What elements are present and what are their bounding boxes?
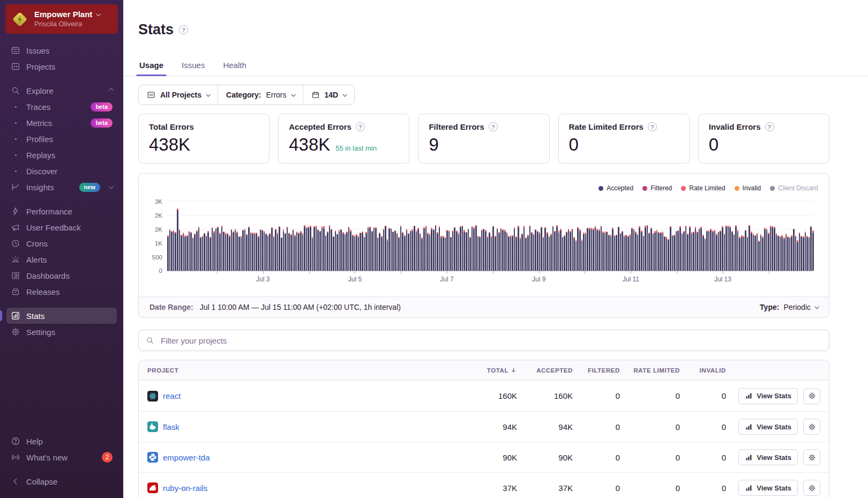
chart-bar — [633, 229, 635, 271]
org-switcher[interactable]: Empower Plant Priscila Oliveira — [5, 4, 118, 34]
sidebar-item-traces[interactable]: Tracesbeta — [6, 99, 117, 115]
view-stats-button[interactable]: View Stats — [738, 388, 798, 404]
sidebar-item-discover[interactable]: Discover — [6, 163, 117, 179]
sidebar-item-projects[interactable]: Projects — [6, 58, 117, 75]
sidebar-item-crons[interactable]: Crons — [6, 235, 117, 251]
column-header-invalid[interactable]: INVALID — [680, 367, 726, 374]
page-help-icon[interactable]: ? — [179, 25, 188, 34]
x-axis-tick — [493, 271, 493, 274]
usage-chart: AcceptedFilteredRate LimitedInvalidClien… — [139, 174, 829, 296]
project-settings-button[interactable] — [803, 480, 820, 496]
sidebar-item-insights[interactable]: Insightsnew — [6, 179, 117, 195]
broadcast-icon — [11, 452, 20, 462]
chart-bar — [747, 237, 749, 271]
chart-bar — [469, 237, 471, 271]
help-icon[interactable]: ? — [765, 122, 774, 131]
sidebar-item-collapse[interactable]: Collapse — [6, 473, 117, 489]
sidebar-item-help[interactable]: Help — [6, 433, 117, 449]
chart-bar — [308, 227, 309, 271]
x-axis-tick — [631, 271, 631, 274]
help-icon[interactable]: ? — [356, 122, 365, 131]
x-axis-tick — [723, 271, 723, 274]
invalid-value: 0 — [680, 422, 726, 432]
x-axis-label: Jul 9 — [532, 276, 545, 283]
legend-item-filtered[interactable]: Filtered — [642, 184, 672, 192]
chart-legend: AcceptedFilteredRate LimitedInvalidClien… — [598, 184, 818, 192]
stat-card-title: Accepted Errors — [289, 122, 351, 131]
sidebar-item-replays[interactable]: Replays — [6, 147, 117, 163]
chart-bar — [700, 227, 702, 271]
calendar-icon — [311, 91, 320, 99]
project-link[interactable]: react — [147, 391, 181, 402]
view-stats-button[interactable]: View Stats — [738, 449, 798, 465]
legend-item-client-discard[interactable]: Client Discard — [770, 184, 818, 192]
chart-bar — [724, 234, 725, 271]
chart-bar — [473, 227, 475, 271]
sidebar-item-dashboards[interactable]: Dashboards — [6, 267, 117, 284]
sidebar-item-releases[interactable]: Releases — [6, 284, 117, 300]
chart-bar — [429, 234, 431, 271]
chart-bar — [190, 232, 192, 271]
chart-bar — [423, 227, 425, 271]
chart-bar — [783, 237, 785, 271]
sidebar-item-performance[interactable]: Performance — [6, 203, 117, 219]
category-filter-dropdown[interactable]: Category: Errors — [218, 85, 302, 105]
column-header-accepted[interactable]: ACCEPTED — [517, 367, 573, 374]
help-icon[interactable]: ? — [489, 122, 498, 131]
chart-bar — [676, 231, 677, 271]
total-value: 37K — [461, 484, 517, 493]
tab-health[interactable]: Health — [222, 61, 247, 76]
sidebar-item-label: Dashboards — [26, 271, 70, 280]
sidebar-item-profiles[interactable]: Profiles — [6, 131, 117, 147]
project-link[interactable]: flask — [147, 421, 179, 432]
view-stats-button[interactable]: View Stats — [738, 419, 798, 435]
chart-bar — [556, 225, 558, 271]
column-header-rate-limited[interactable]: RATE LIMITED — [620, 367, 680, 374]
project-filter-dropdown[interactable]: All Projects — [139, 85, 218, 105]
view-stats-button[interactable]: View Stats — [738, 480, 798, 496]
sidebar-item-user-feedback[interactable]: User Feedback — [6, 219, 117, 235]
column-header-total[interactable]: TOTAL — [461, 367, 517, 374]
stat-card-value: 0 — [709, 135, 719, 154]
project-link[interactable]: empower-tda — [147, 452, 210, 463]
chart-bar — [369, 227, 371, 271]
chart-bar — [402, 232, 403, 271]
type-selector[interactable]: Type: Periodic — [760, 303, 818, 311]
chart-bar — [265, 234, 267, 271]
sidebar-item-issues[interactable]: Issues — [6, 42, 117, 58]
column-header-project[interactable]: PROJECT — [147, 367, 461, 374]
sidebar-item-explore[interactable]: Explore — [6, 83, 117, 99]
sidebar-item-metrics[interactable]: Metricsbeta — [6, 115, 117, 131]
date-range-dropdown[interactable]: 14D — [303, 85, 355, 105]
legend-item-rate-limited[interactable]: Rate Limited — [681, 184, 725, 192]
sidebar-item-what-s-new[interactable]: What's new2 — [6, 449, 117, 465]
project-filter-value: All Projects — [160, 91, 201, 99]
sidebar-item-settings[interactable]: Settings — [6, 324, 117, 340]
chart-bar — [806, 236, 808, 271]
chart-bar — [421, 237, 423, 271]
project-settings-button[interactable] — [803, 419, 820, 435]
project-link[interactable]: ruby-on-rails — [147, 482, 207, 493]
help-icon[interactable]: ? — [648, 122, 657, 131]
project-settings-button[interactable] — [803, 449, 820, 465]
column-header-filtered[interactable]: FILTERED — [573, 367, 620, 374]
sidebar-item-stats[interactable]: Stats — [6, 308, 117, 324]
tab-usage[interactable]: Usage — [138, 61, 164, 76]
chart-bar — [448, 231, 450, 271]
project-settings-button[interactable] — [803, 388, 820, 404]
legend-item-invalid[interactable]: Invalid — [735, 184, 761, 192]
chart-bar — [525, 237, 527, 271]
project-search-input[interactable] — [160, 336, 822, 346]
legend-item-accepted[interactable]: Accepted — [598, 184, 633, 192]
chart-bar — [229, 235, 230, 271]
chart-bar — [445, 237, 446, 271]
date-range-label: Date Range: — [149, 303, 193, 311]
sidebar-item-alerts[interactable]: Alerts — [6, 251, 117, 267]
tab-issues[interactable]: Issues — [181, 61, 206, 76]
chart-bar — [377, 237, 379, 271]
chart-bar — [593, 228, 594, 271]
chart-bar — [475, 225, 477, 271]
chart-bar — [566, 232, 567, 271]
beta-badge: beta — [91, 118, 113, 128]
chart-bar — [248, 227, 250, 271]
